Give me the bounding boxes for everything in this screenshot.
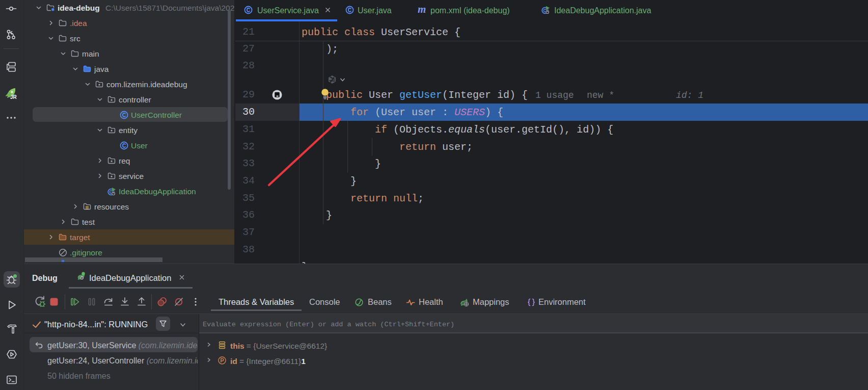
svg-text:JR: JR <box>10 94 17 100</box>
